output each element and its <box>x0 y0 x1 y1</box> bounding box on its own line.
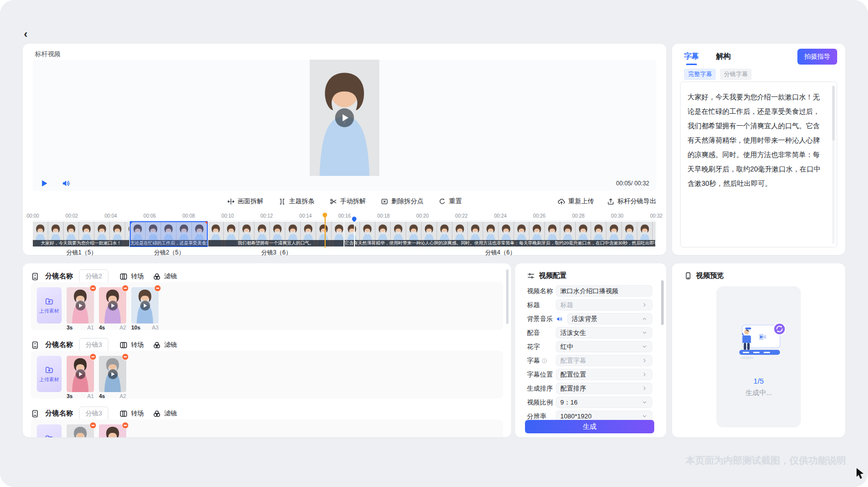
subtitle-textbox[interactable]: 大家好，今天我要为您介绍一款漱口水！无论是在忙碌的工作后，还是享受美食过后，我们… <box>680 81 837 247</box>
segment-start-pin[interactable] <box>130 222 134 224</box>
subtitle-scrollbar[interactable] <box>832 85 835 244</box>
timeline-segment-2[interactable]: 无论是在忙碌的工作后，还是享受美食过后， <box>130 222 207 246</box>
sliders-icon <box>527 272 535 280</box>
config-row: 配音 活泼女生 <box>527 327 652 338</box>
config-label: 配音 <box>527 328 556 337</box>
remove-clip-icon[interactable] <box>154 285 161 292</box>
upload-material-tile[interactable]: 上传素材 <box>37 356 62 392</box>
storyboard-scrollbar[interactable] <box>506 269 509 324</box>
remove-clip-icon[interactable] <box>122 422 129 429</box>
config-field-标题[interactable]: 标题 <box>556 299 652 311</box>
config-field-花字[interactable]: 红中 <box>556 341 652 352</box>
upload-material-tile[interactable]: 上传素材 <box>37 424 62 437</box>
preview-status: 生成中... <box>716 389 801 398</box>
config-scrollbar[interactable] <box>661 280 664 325</box>
remove-clip-icon[interactable] <box>89 353 96 360</box>
storyboard-clip[interactable]: 10sA3 <box>131 287 159 325</box>
chevron-right-icon <box>641 385 648 392</box>
frame-thumbnail <box>146 222 161 246</box>
folder-upload-icon <box>45 365 54 374</box>
config-label: 字幕 <box>527 356 556 365</box>
timeline-tick: 00:12 <box>260 213 273 219</box>
timeline-tick: 00:14 <box>299 213 312 219</box>
playhead-line[interactable] <box>325 216 326 247</box>
segment-end-pin[interactable] <box>204 222 207 224</box>
toolbar-button-delete-split[interactable]: 删除拆分点 <box>381 197 424 206</box>
speaker-icon[interactable] <box>556 316 563 323</box>
clip-play-icon[interactable] <box>76 301 86 311</box>
storyboard-name-input[interactable]: 分镜3 <box>79 338 108 352</box>
config-value: 9：16 <box>560 398 641 407</box>
config-value: 配置位置 <box>560 370 641 379</box>
timeline-tick: 00:20 <box>416 213 429 219</box>
filter-button[interactable]: 滤镜 <box>153 340 177 349</box>
generate-button[interactable]: 生成 <box>525 420 654 433</box>
toolbar-button-split-frame[interactable]: 画面拆解 <box>227 197 263 206</box>
play-icon[interactable] <box>40 179 49 188</box>
storyboard-name-input[interactable]: 分镜2 <box>79 269 108 283</box>
timeline-tick: 00:32 <box>650 213 662 219</box>
timeline-segment-4[interactable]: 它含有天然薄荷精华，使用时带来一种沁人心脾的凉爽感。同时。使用方法也非常简单：每… <box>345 222 655 246</box>
toolbar-button-reset[interactable]: 重置 <box>438 197 462 206</box>
toolbar-button-scissors[interactable]: 手动拆解 <box>330 197 366 206</box>
config-field-字幕[interactable]: 配置字幕 <box>556 355 652 366</box>
mouse-cursor <box>856 468 866 482</box>
remove-clip-icon[interactable] <box>122 285 129 292</box>
storyboard-clip[interactable] <box>67 424 94 437</box>
frame-thumbnail <box>176 222 192 246</box>
video-player: 00:05/ 00:32 <box>33 60 656 191</box>
chevron-right-icon <box>641 302 648 308</box>
toolbar-button-brackets[interactable]: 主题拆条 <box>278 197 315 206</box>
config-field-生成排序[interactable]: 配置排序 <box>556 383 652 394</box>
timeline-ruler[interactable]: 00:0000:0200:0400:0600:0800:1000:1200:14… <box>33 213 656 221</box>
toolbar-button-cloud-upload[interactable]: 重新上传 <box>558 197 594 206</box>
clip-play-icon[interactable] <box>76 369 86 379</box>
clip-play-icon[interactable] <box>140 301 150 311</box>
config-field-视频比例[interactable]: 9：16 <box>556 397 652 408</box>
config-label: 生成排序 <box>527 384 556 393</box>
toolbar-button-export[interactable]: 标杆分镜导出 <box>607 197 656 206</box>
storyboard-clip[interactable]: 3sA1 <box>67 287 94 325</box>
frame-thumbnail <box>130 222 146 246</box>
back-icon[interactable]: ‹ <box>24 28 27 41</box>
generating-illustration <box>729 322 788 367</box>
chip-full-subtitle[interactable]: 完整字幕 <box>684 69 716 80</box>
chevron-down-icon <box>641 343 648 350</box>
chip-shot-subtitle[interactable]: 分镜字幕 <box>720 69 752 80</box>
remove-clip-icon[interactable] <box>89 285 96 292</box>
transition-button[interactable]: 转场 <box>119 340 144 349</box>
filter-button[interactable]: 滤镜 <box>153 409 177 418</box>
play-overlay-icon[interactable] <box>335 108 354 127</box>
clip-duration: 4s <box>99 325 105 330</box>
tab-subtitle[interactable]: 字幕 <box>684 52 699 61</box>
config-value: 活泼背景 <box>572 315 641 324</box>
storyboard-clip[interactable]: 4sA2 <box>99 356 126 394</box>
timeline-segment-1[interactable]: 大家好，今天我要为您介绍一款漱口水！ <box>33 222 129 246</box>
config-field-背景音乐[interactable]: 活泼背景 <box>567 313 652 325</box>
storyboard-clip[interactable] <box>99 424 126 437</box>
remove-clip-icon[interactable] <box>89 422 96 429</box>
filter-button[interactable]: 滤镜 <box>153 272 177 281</box>
upload-material-label: 上传素材 <box>39 308 59 315</box>
columns-icon <box>119 272 128 281</box>
config-field-字幕位置[interactable]: 配置位置 <box>556 369 652 380</box>
video-stage[interactable] <box>33 60 656 176</box>
volume-icon[interactable] <box>62 179 71 188</box>
split-frame-icon <box>227 198 235 205</box>
shooting-guide-button[interactable]: 拍摄指导 <box>797 49 837 65</box>
transition-button[interactable]: 转场 <box>119 272 144 281</box>
chevron-down-icon <box>641 413 648 419</box>
clip-play-icon[interactable] <box>108 369 118 379</box>
clip-play-icon[interactable] <box>108 301 118 311</box>
tab-deconstruct[interactable]: 解构 <box>716 52 731 61</box>
transition-button[interactable]: 转场 <box>119 409 144 418</box>
timeline-strip: 大家好，今天我要为您介绍一款漱口水！ <box>33 222 656 246</box>
config-field-配音[interactable]: 活泼女生 <box>556 327 652 338</box>
upload-material-tile[interactable]: 上传素材 <box>37 287 62 324</box>
storyboard-clip[interactable]: 4sA2 <box>99 287 126 325</box>
config-field-视频名称[interactable]: 漱口水介绍口播视频 <box>556 285 652 297</box>
timeline-segment-3[interactable]: 我们都希望拥有一个清爽宜人的口气。 <box>208 222 344 246</box>
storyboard-clip[interactable]: 3sA1 <box>67 356 94 394</box>
storyboard-name-input[interactable]: 分镜3 <box>79 406 108 420</box>
remove-clip-icon[interactable] <box>122 353 129 360</box>
